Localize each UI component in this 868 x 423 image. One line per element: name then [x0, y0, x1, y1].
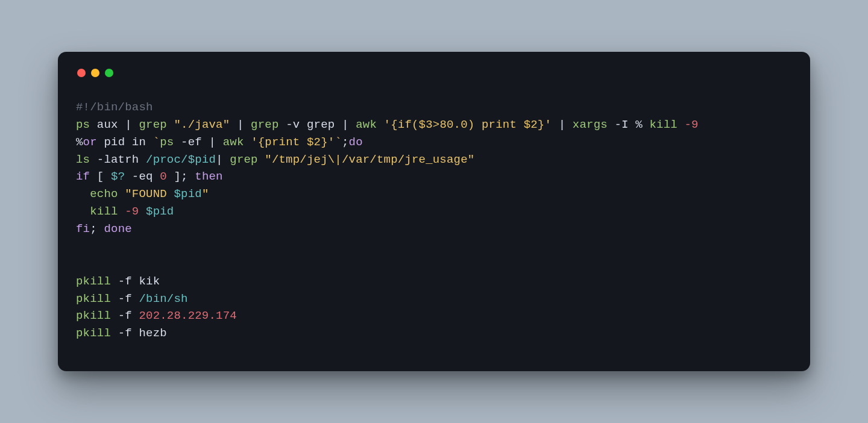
awk-script: '{if($3>80.0) print $2}' — [384, 118, 552, 131]
code-block: #!/bin/bash ps aux | grep "./java" | gre… — [76, 99, 792, 342]
cmd-pkill: pkill — [76, 327, 118, 340]
cmd-pkill: pkill — [76, 275, 118, 288]
signal-number: -9 — [125, 205, 146, 218]
cmd-pkill: pkill — [76, 309, 118, 322]
keyword-if: if — [76, 170, 90, 183]
cmd-grep: grep — [139, 118, 174, 131]
cmd-kill: kill — [90, 205, 125, 218]
cmd-ls: ls — [76, 153, 97, 166]
keyword-do: do — [349, 136, 363, 149]
variable-pid: $pid — [146, 205, 174, 218]
variable-pid: $pid — [174, 187, 201, 201]
cmd-awk: awk — [223, 136, 251, 149]
keyword-for: or — [83, 136, 97, 149]
pkill-target: /bin/sh — [139, 292, 187, 306]
cmd-ps: ps — [160, 136, 181, 149]
variable-exit: $? — [111, 170, 125, 183]
awk-script: '{print $2}' — [251, 136, 335, 149]
keyword-done: done — [104, 222, 131, 236]
terminal-window: #!/bin/bash ps aux | grep "./java" | gre… — [58, 52, 810, 371]
string-literal: "/tmp/jej\|/var/tmp/jre_usage" — [265, 153, 474, 166]
pkill-target: hezb — [139, 327, 166, 340]
minimize-icon[interactable] — [91, 69, 99, 77]
keyword-fi: fi — [76, 222, 90, 236]
zoom-icon[interactable] — [105, 69, 113, 77]
pkill-target: kik — [139, 275, 160, 288]
ip-address: 202.28.229.174 — [139, 309, 236, 322]
signal-number: -9 — [685, 118, 699, 131]
cmd-grep: grep — [230, 153, 265, 166]
cmd-grep: grep — [251, 118, 286, 131]
cmd-awk: awk — [356, 118, 383, 131]
window-titlebar — [76, 66, 792, 99]
close-icon[interactable] — [77, 69, 86, 77]
number-zero: 0 — [160, 170, 167, 183]
string-literal: "./java" — [174, 118, 230, 131]
path-proc: /proc/ — [146, 153, 188, 166]
shebang-line: #!/bin/bash — [76, 101, 153, 114]
cmd-kill: kill — [650, 118, 685, 131]
cmd-echo: echo — [90, 187, 125, 201]
keyword-then: then — [195, 170, 222, 183]
variable-pid: $pid — [188, 153, 216, 166]
cmd-xargs: xargs — [573, 118, 615, 131]
cmd-pkill: pkill — [76, 292, 118, 306]
cmd-ps: ps — [76, 118, 90, 131]
